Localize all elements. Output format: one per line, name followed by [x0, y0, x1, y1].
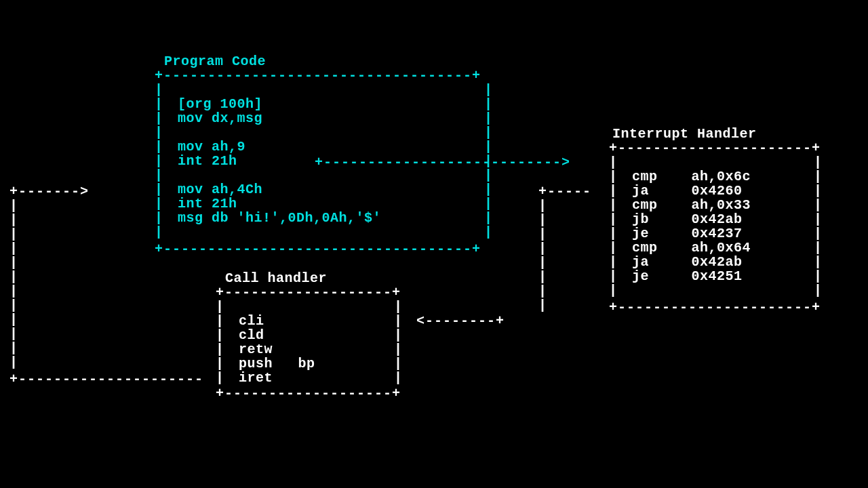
box-border-left: | | | | | | | | | | |	[155, 83, 163, 239]
call-handler-title: Call handler	[225, 271, 327, 285]
interrupt-handler-content: cmp ah,0x6c ja 0x4260 cmp ah,0x33 jb 0x4…	[632, 169, 751, 283]
box-border-right: | | | | | | | | | |	[814, 155, 823, 298]
box-border-top: +----------------------+	[609, 141, 821, 155]
box-border-left: | | | | | |	[216, 300, 224, 385]
box-border-top: +-------------------+	[216, 285, 401, 300]
box-border-bottom: +-----------------------------------+	[155, 242, 481, 256]
box-border-top: +-----------------------------------+	[155, 68, 481, 83]
interrupt-handler-title: Interrupt Handler	[612, 127, 757, 141]
call-handler-content: cli cld retw push bp iret	[239, 314, 315, 385]
box-border-left: | | | | | | | | | |	[609, 155, 618, 298]
arrow-program-to-interrupt: +--------------------------->	[315, 155, 570, 169]
box-border-bottom: +-------------------+	[216, 386, 401, 401]
box-border-right: | | | | | |	[394, 300, 403, 385]
program-code-title: Program Code	[164, 54, 266, 68]
box-border-bottom: +----------------------+	[609, 300, 821, 314]
